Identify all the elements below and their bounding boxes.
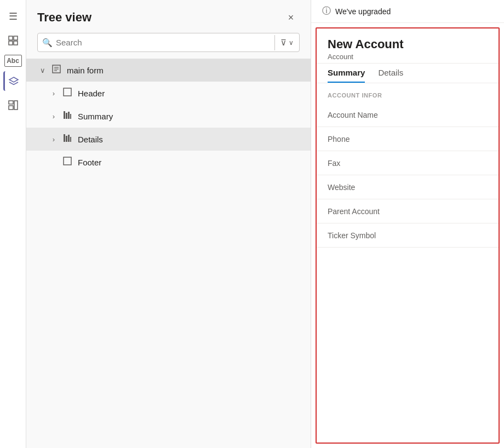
svg-rect-20 bbox=[64, 157, 71, 165]
field-phone: Phone bbox=[317, 127, 499, 151]
form-icon bbox=[51, 64, 61, 76]
tree-item-summary[interactable]: › Summary bbox=[26, 105, 311, 128]
chevron-down-icon: ∨ bbox=[289, 39, 294, 47]
phone-label: Phone bbox=[328, 135, 393, 143]
summary-icon bbox=[62, 110, 72, 122]
form-fields: ACCOUNT INFOR Account Name Phone Fax Web… bbox=[317, 83, 499, 248]
form-tabs: Summary Details bbox=[317, 64, 499, 83]
header-label: Header bbox=[78, 89, 105, 98]
svg-rect-15 bbox=[70, 114, 71, 119]
form-title: New Account bbox=[328, 37, 488, 51]
notification-bar: ⓘ We've upgraded bbox=[311, 0, 504, 23]
dashboard-icon[interactable] bbox=[3, 31, 23, 50]
svg-rect-1 bbox=[14, 36, 18, 40]
close-button[interactable]: × bbox=[282, 9, 300, 26]
summary-label: Summary bbox=[78, 112, 113, 121]
field-account-name: Account Name bbox=[317, 103, 499, 127]
footer-icon bbox=[62, 156, 72, 168]
tree-item-details[interactable]: › Details bbox=[26, 128, 311, 151]
tree-item-header[interactable]: › Header bbox=[26, 82, 311, 105]
svg-rect-13 bbox=[66, 113, 67, 119]
components-icon[interactable] bbox=[3, 95, 23, 115]
form-panel: New Account Account Summary Details ACCO… bbox=[316, 27, 500, 444]
svg-rect-12 bbox=[64, 111, 65, 119]
fax-label: Fax bbox=[328, 159, 393, 168]
sidebar-left: ☰ Abc bbox=[0, 0, 26, 448]
tree-item-footer[interactable]: Footer bbox=[26, 151, 311, 174]
svg-rect-5 bbox=[9, 106, 13, 110]
right-panel: ⓘ We've upgraded New Account Account Sum… bbox=[311, 0, 504, 448]
layers-icon[interactable] bbox=[3, 71, 23, 91]
svg-rect-19 bbox=[70, 137, 71, 142]
tree-body: ∨ main form › Header › bbox=[26, 59, 311, 448]
details-icon bbox=[62, 133, 72, 145]
search-bar: 🔍 ⊽ ∨ bbox=[37, 33, 300, 52]
header-icon bbox=[62, 87, 72, 99]
ticker-symbol-label: Ticker Symbol bbox=[328, 231, 393, 240]
field-parent-account: Parent Account bbox=[317, 199, 499, 223]
filter-button[interactable]: ⊽ ∨ bbox=[275, 38, 299, 48]
form-header: New Account Account bbox=[317, 28, 499, 64]
website-label: Website bbox=[328, 183, 393, 192]
tree-title: Tree view bbox=[37, 10, 91, 25]
svg-rect-0 bbox=[9, 36, 13, 40]
footer-label: Footer bbox=[78, 158, 101, 167]
tree-item-main-form[interactable]: ∨ main form bbox=[26, 59, 311, 82]
svg-rect-16 bbox=[64, 134, 65, 142]
expand-icon-summary[interactable]: › bbox=[48, 112, 59, 120]
hamburger-icon[interactable]: ☰ bbox=[3, 7, 23, 26]
text-abc-icon[interactable]: Abc bbox=[4, 55, 22, 67]
svg-rect-4 bbox=[9, 101, 13, 104]
form-subtitle: Account bbox=[328, 53, 488, 61]
field-ticker-symbol: Ticker Symbol bbox=[317, 223, 499, 248]
search-icon: 🔍 bbox=[42, 38, 53, 48]
expand-icon-header[interactable]: › bbox=[48, 89, 59, 97]
account-name-label: Account Name bbox=[328, 111, 393, 119]
info-icon: ⓘ bbox=[322, 5, 331, 17]
svg-rect-11 bbox=[64, 88, 71, 96]
svg-rect-3 bbox=[14, 41, 18, 45]
svg-rect-17 bbox=[66, 136, 67, 142]
svg-rect-14 bbox=[68, 112, 70, 119]
tab-details[interactable]: Details bbox=[378, 68, 403, 83]
search-input-wrap: 🔍 bbox=[38, 33, 274, 51]
filter-icon: ⊽ bbox=[280, 38, 287, 48]
parent-account-label: Parent Account bbox=[328, 207, 393, 216]
notification-text: We've upgraded bbox=[335, 7, 391, 16]
search-input[interactable] bbox=[56, 33, 270, 51]
tree-panel: Tree view × 🔍 ⊽ ∨ ∨ main f bbox=[26, 0, 311, 448]
main-form-label: main form bbox=[67, 66, 104, 75]
field-website: Website bbox=[317, 175, 499, 199]
section-title: ACCOUNT INFOR bbox=[317, 83, 499, 103]
svg-rect-18 bbox=[68, 135, 70, 142]
expand-icon-main-form[interactable]: ∨ bbox=[37, 66, 48, 74]
tree-header: Tree view × bbox=[26, 0, 311, 33]
details-label: Details bbox=[78, 135, 103, 144]
tab-summary[interactable]: Summary bbox=[328, 68, 365, 83]
expand-icon-details[interactable]: › bbox=[48, 135, 59, 143]
svg-rect-2 bbox=[9, 41, 13, 45]
field-fax: Fax bbox=[317, 151, 499, 175]
svg-rect-6 bbox=[14, 101, 18, 110]
